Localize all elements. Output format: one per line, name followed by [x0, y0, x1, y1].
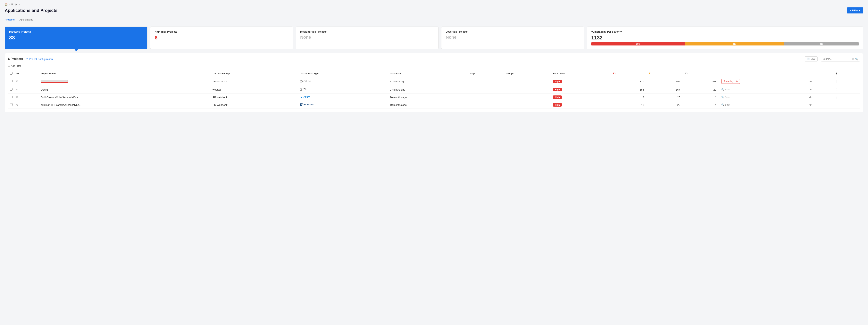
more-icon-2[interactable]: ⋮	[835, 88, 838, 91]
col-last-source-type: Last Source Type	[298, 70, 388, 77]
home-icon[interactable]: 🏠	[5, 3, 8, 6]
medium-count-3: 25	[647, 94, 683, 101]
groups-3	[504, 94, 551, 101]
low-count-1: 261	[683, 77, 719, 86]
search-icon[interactable]: 🔍	[855, 58, 858, 61]
row-checkbox-1[interactable]	[10, 80, 12, 83]
add-filter-button[interactable]: ☰ Add Filter	[8, 64, 21, 68]
low-risk-value: None	[446, 35, 580, 40]
copy-icon-3[interactable]: ⧉	[17, 96, 18, 99]
scan-button-4[interactable]: 🔍 Scan	[721, 103, 730, 106]
page-title: Applications and Projects	[5, 8, 57, 13]
scan-icon-4: 🔍	[721, 103, 724, 106]
csv-icon: 📄	[807, 58, 810, 60]
scanning-button-1[interactable]: Scanning... ↻	[721, 79, 740, 84]
medium-risk-card[interactable]: Medium Risk Projects None	[296, 27, 438, 49]
col-view	[807, 70, 833, 77]
panel-header: 6 Projects ⬆ Project Configuration 📄 CSV…	[8, 56, 860, 62]
medium-risk-value: None	[300, 35, 434, 40]
zip-icon: Zip	[300, 88, 307, 91]
config-download-icon: ⬆	[26, 58, 28, 61]
managed-projects-label: Managed Projects	[9, 30, 143, 33]
stats-row: Managed Projects 88 High Risk Projects 6…	[5, 27, 863, 49]
table-header-row: ID Project Name Last Scan Origin Last So…	[8, 70, 860, 77]
tags-1	[468, 77, 503, 86]
tabs-bar: Projects Applications	[5, 17, 863, 23]
scan-button-3[interactable]: 🔍 Scan	[721, 96, 730, 99]
risk-badge-1: High	[553, 79, 562, 83]
col-high-count: 🛡	[611, 70, 647, 77]
scan-button-2[interactable]: 🔍 Scan	[721, 88, 730, 91]
breadcrumb-current: Projects	[11, 3, 20, 6]
col-groups: Groups	[504, 70, 551, 77]
managed-projects-card[interactable]: Managed Projects 88	[5, 27, 148, 49]
more-icon-3[interactable]: ⋮	[835, 95, 838, 99]
last-scan-1: 7 months ago	[388, 77, 468, 86]
table-row: ⧉ Ophir1 webapp Zip 9 months ago High 18	[8, 86, 860, 94]
col-tags: Tags	[468, 70, 503, 77]
view-icon-3[interactable]: 👁	[809, 96, 812, 99]
col-id: ID	[14, 70, 39, 77]
more-icon-4[interactable]: ⋮	[835, 103, 838, 106]
table-row: ⧉ Project Scan GitHub 7 months ago	[8, 77, 860, 86]
tags-3	[468, 94, 503, 101]
row-checkbox-4[interactable]	[10, 103, 12, 106]
medium-count-2: 167	[647, 86, 683, 94]
last-scan-2: 9 months ago	[388, 86, 468, 94]
view-icon-1[interactable]: 👁	[809, 80, 812, 83]
more-icon-1[interactable]: ⋮	[835, 79, 838, 83]
vulnerability-label: Vulnerability Per Severity	[591, 30, 859, 33]
project-name-4: ophirsa/BB_Example/allscanstype...	[39, 101, 211, 109]
col-low-count: 🛡	[683, 70, 719, 77]
last-scan-origin-4: PR Webhook	[211, 101, 298, 109]
project-configuration-link[interactable]: ⬆ Project Configuration	[26, 58, 53, 61]
low-risk-card[interactable]: Low Risk Projects None	[441, 27, 584, 49]
row-checkbox-3[interactable]	[10, 96, 12, 98]
high-count-2: 185	[611, 86, 647, 94]
risk-badge-4: High	[553, 103, 562, 106]
high-count-1: 110	[611, 77, 647, 86]
csv-button[interactable]: 📄 CSV	[805, 56, 817, 62]
project-name-2: Ophir1	[39, 86, 211, 94]
tab-projects[interactable]: Projects	[5, 17, 14, 23]
managed-projects-value: 88	[9, 35, 143, 41]
breadcrumb: 🏠 > Projects	[5, 3, 863, 6]
high-count-3: 18	[611, 94, 647, 101]
copy-icon-4[interactable]: ⧉	[17, 103, 18, 106]
groups-4	[504, 101, 551, 109]
spinner-icon: ↻	[736, 80, 738, 83]
main-panel: 6 Projects ⬆ Project Configuration 📄 CSV…	[5, 53, 863, 112]
page-header: Applications and Projects + NEW ▾	[5, 7, 863, 13]
high-count-4: 18	[611, 101, 647, 109]
high-risk-card[interactable]: High Risk Projects 6	[150, 27, 293, 49]
row-checkbox-2[interactable]	[10, 88, 12, 91]
divider	[819, 57, 819, 61]
tags-4	[468, 101, 503, 109]
low-count-2: 29	[683, 86, 719, 94]
col-risk-level: Risk Level	[551, 70, 611, 77]
copy-icon-2[interactable]: ⧉	[17, 88, 18, 91]
low-risk-label: Low Risk Projects	[446, 30, 580, 33]
select-all-checkbox[interactable]	[10, 72, 12, 74]
last-scan-origin-1: Project Scan	[211, 77, 298, 86]
search-box[interactable]: ✕ 🔍	[821, 57, 860, 62]
tab-applications[interactable]: Applications	[19, 17, 33, 23]
view-icon-4[interactable]: 👁	[809, 103, 812, 106]
groups-2	[504, 86, 551, 94]
view-icon-2[interactable]: 👁	[809, 88, 812, 91]
high-risk-label: High Risk Projects	[155, 30, 288, 33]
col-action	[719, 70, 807, 77]
vuln-seg-medium: 418	[685, 42, 784, 45]
vulnerability-card: Vulnerability Per Severity 1132 396 418 …	[587, 27, 863, 49]
filter-icon: ☰	[8, 65, 10, 67]
col-project-name: Project Name	[39, 70, 211, 77]
vulnerability-bar: 396 418 318	[591, 42, 859, 45]
new-button[interactable]: + NEW ▾	[847, 7, 863, 13]
last-scan-3: 10 months ago	[388, 94, 468, 101]
copy-icon[interactable]: ⧉	[17, 80, 18, 83]
github-icon: GitHub	[300, 79, 311, 83]
search-input[interactable]	[823, 58, 850, 60]
azure-icon: Azure	[300, 95, 310, 98]
clear-icon[interactable]: ✕	[852, 58, 854, 61]
panel-header-left: 6 Projects ⬆ Project Configuration	[8, 57, 53, 61]
